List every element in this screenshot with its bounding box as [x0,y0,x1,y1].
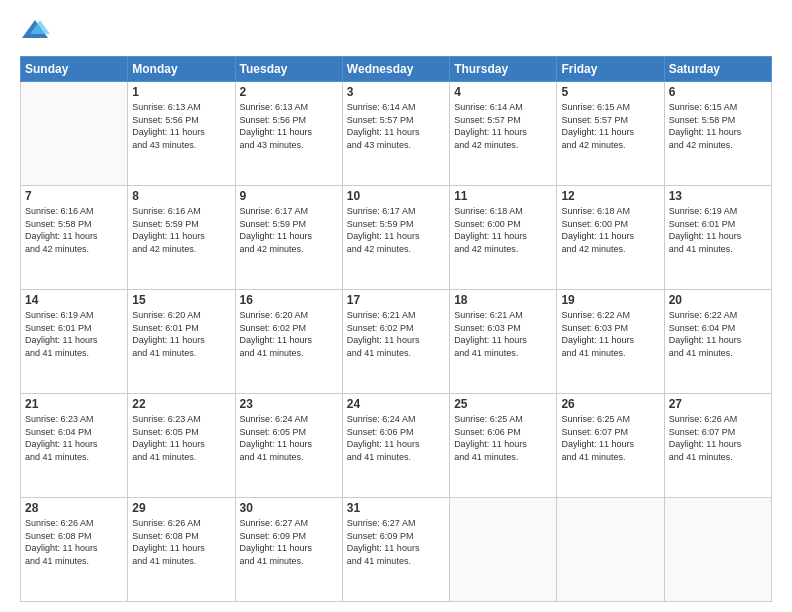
weekday-header-monday: Monday [128,57,235,82]
day-number: 26 [561,397,659,411]
day-info: Sunrise: 6:20 AM Sunset: 6:01 PM Dayligh… [132,309,230,359]
day-number: 5 [561,85,659,99]
weekday-header-saturday: Saturday [664,57,771,82]
day-info: Sunrise: 6:22 AM Sunset: 6:03 PM Dayligh… [561,309,659,359]
page: SundayMondayTuesdayWednesdayThursdayFrid… [0,0,792,612]
calendar-cell: 12Sunrise: 6:18 AM Sunset: 6:00 PM Dayli… [557,186,664,290]
calendar-cell [664,498,771,602]
weekday-header-row: SundayMondayTuesdayWednesdayThursdayFrid… [21,57,772,82]
day-number: 20 [669,293,767,307]
day-number: 12 [561,189,659,203]
day-info: Sunrise: 6:16 AM Sunset: 5:58 PM Dayligh… [25,205,123,255]
calendar-cell: 25Sunrise: 6:25 AM Sunset: 6:06 PM Dayli… [450,394,557,498]
day-number: 7 [25,189,123,203]
day-number: 9 [240,189,338,203]
day-number: 18 [454,293,552,307]
calendar-cell [557,498,664,602]
calendar-cell: 26Sunrise: 6:25 AM Sunset: 6:07 PM Dayli… [557,394,664,498]
day-info: Sunrise: 6:15 AM Sunset: 5:58 PM Dayligh… [669,101,767,151]
weekday-header-sunday: Sunday [21,57,128,82]
calendar-cell: 2Sunrise: 6:13 AM Sunset: 5:56 PM Daylig… [235,82,342,186]
calendar-cell: 1Sunrise: 6:13 AM Sunset: 5:56 PM Daylig… [128,82,235,186]
weekday-header-tuesday: Tuesday [235,57,342,82]
calendar-cell: 8Sunrise: 6:16 AM Sunset: 5:59 PM Daylig… [128,186,235,290]
day-info: Sunrise: 6:18 AM Sunset: 6:00 PM Dayligh… [454,205,552,255]
logo [20,16,54,46]
calendar-cell: 22Sunrise: 6:23 AM Sunset: 6:05 PM Dayli… [128,394,235,498]
day-info: Sunrise: 6:16 AM Sunset: 5:59 PM Dayligh… [132,205,230,255]
calendar-cell: 24Sunrise: 6:24 AM Sunset: 6:06 PM Dayli… [342,394,449,498]
day-info: Sunrise: 6:19 AM Sunset: 6:01 PM Dayligh… [25,309,123,359]
day-number: 13 [669,189,767,203]
calendar-cell: 30Sunrise: 6:27 AM Sunset: 6:09 PM Dayli… [235,498,342,602]
calendar-cell: 14Sunrise: 6:19 AM Sunset: 6:01 PM Dayli… [21,290,128,394]
logo-icon [20,16,50,46]
weekday-header-friday: Friday [557,57,664,82]
day-info: Sunrise: 6:17 AM Sunset: 5:59 PM Dayligh… [240,205,338,255]
day-number: 31 [347,501,445,515]
day-info: Sunrise: 6:25 AM Sunset: 6:07 PM Dayligh… [561,413,659,463]
week-row-4: 28Sunrise: 6:26 AM Sunset: 6:08 PM Dayli… [21,498,772,602]
calendar-cell [450,498,557,602]
day-info: Sunrise: 6:18 AM Sunset: 6:00 PM Dayligh… [561,205,659,255]
day-number: 24 [347,397,445,411]
day-info: Sunrise: 6:15 AM Sunset: 5:57 PM Dayligh… [561,101,659,151]
day-number: 16 [240,293,338,307]
day-info: Sunrise: 6:26 AM Sunset: 6:08 PM Dayligh… [25,517,123,567]
day-number: 2 [240,85,338,99]
day-info: Sunrise: 6:13 AM Sunset: 5:56 PM Dayligh… [240,101,338,151]
calendar-cell: 7Sunrise: 6:16 AM Sunset: 5:58 PM Daylig… [21,186,128,290]
calendar-cell: 9Sunrise: 6:17 AM Sunset: 5:59 PM Daylig… [235,186,342,290]
day-info: Sunrise: 6:13 AM Sunset: 5:56 PM Dayligh… [132,101,230,151]
day-info: Sunrise: 6:24 AM Sunset: 6:06 PM Dayligh… [347,413,445,463]
day-info: Sunrise: 6:27 AM Sunset: 6:09 PM Dayligh… [240,517,338,567]
calendar-cell: 16Sunrise: 6:20 AM Sunset: 6:02 PM Dayli… [235,290,342,394]
day-info: Sunrise: 6:25 AM Sunset: 6:06 PM Dayligh… [454,413,552,463]
day-info: Sunrise: 6:22 AM Sunset: 6:04 PM Dayligh… [669,309,767,359]
day-info: Sunrise: 6:17 AM Sunset: 5:59 PM Dayligh… [347,205,445,255]
calendar-cell: 3Sunrise: 6:14 AM Sunset: 5:57 PM Daylig… [342,82,449,186]
day-info: Sunrise: 6:14 AM Sunset: 5:57 PM Dayligh… [347,101,445,151]
day-number: 25 [454,397,552,411]
day-info: Sunrise: 6:26 AM Sunset: 6:08 PM Dayligh… [132,517,230,567]
day-number: 27 [669,397,767,411]
day-info: Sunrise: 6:21 AM Sunset: 6:03 PM Dayligh… [454,309,552,359]
calendar-cell: 19Sunrise: 6:22 AM Sunset: 6:03 PM Dayli… [557,290,664,394]
day-info: Sunrise: 6:23 AM Sunset: 6:05 PM Dayligh… [132,413,230,463]
day-number: 28 [25,501,123,515]
weekday-header-wednesday: Wednesday [342,57,449,82]
day-number: 1 [132,85,230,99]
day-info: Sunrise: 6:14 AM Sunset: 5:57 PM Dayligh… [454,101,552,151]
day-info: Sunrise: 6:20 AM Sunset: 6:02 PM Dayligh… [240,309,338,359]
calendar-cell: 4Sunrise: 6:14 AM Sunset: 5:57 PM Daylig… [450,82,557,186]
day-number: 30 [240,501,338,515]
day-info: Sunrise: 6:26 AM Sunset: 6:07 PM Dayligh… [669,413,767,463]
week-row-0: 1Sunrise: 6:13 AM Sunset: 5:56 PM Daylig… [21,82,772,186]
day-number: 15 [132,293,230,307]
day-number: 4 [454,85,552,99]
weekday-header-thursday: Thursday [450,57,557,82]
week-row-2: 14Sunrise: 6:19 AM Sunset: 6:01 PM Dayli… [21,290,772,394]
calendar-cell: 5Sunrise: 6:15 AM Sunset: 5:57 PM Daylig… [557,82,664,186]
day-info: Sunrise: 6:19 AM Sunset: 6:01 PM Dayligh… [669,205,767,255]
day-number: 17 [347,293,445,307]
day-number: 29 [132,501,230,515]
day-number: 3 [347,85,445,99]
day-number: 14 [25,293,123,307]
calendar-cell: 21Sunrise: 6:23 AM Sunset: 6:04 PM Dayli… [21,394,128,498]
calendar-cell: 27Sunrise: 6:26 AM Sunset: 6:07 PM Dayli… [664,394,771,498]
calendar-cell: 18Sunrise: 6:21 AM Sunset: 6:03 PM Dayli… [450,290,557,394]
calendar-cell: 29Sunrise: 6:26 AM Sunset: 6:08 PM Dayli… [128,498,235,602]
calendar-cell: 10Sunrise: 6:17 AM Sunset: 5:59 PM Dayli… [342,186,449,290]
calendar-cell: 28Sunrise: 6:26 AM Sunset: 6:08 PM Dayli… [21,498,128,602]
header [20,16,772,46]
calendar-cell: 15Sunrise: 6:20 AM Sunset: 6:01 PM Dayli… [128,290,235,394]
day-number: 8 [132,189,230,203]
calendar-cell: 20Sunrise: 6:22 AM Sunset: 6:04 PM Dayli… [664,290,771,394]
day-info: Sunrise: 6:24 AM Sunset: 6:05 PM Dayligh… [240,413,338,463]
day-number: 22 [132,397,230,411]
calendar-cell [21,82,128,186]
week-row-1: 7Sunrise: 6:16 AM Sunset: 5:58 PM Daylig… [21,186,772,290]
day-info: Sunrise: 6:27 AM Sunset: 6:09 PM Dayligh… [347,517,445,567]
day-number: 19 [561,293,659,307]
